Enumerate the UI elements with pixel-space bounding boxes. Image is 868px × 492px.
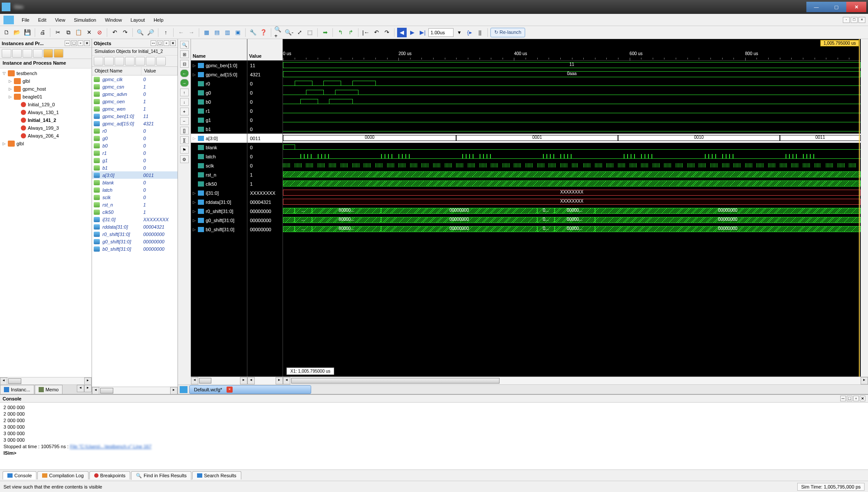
object-row[interactable]: gpmc_ad[15:0]4321 — [92, 120, 178, 127]
objfilter2-icon[interactable] — [104, 57, 114, 66]
zoom-area-icon[interactable]: ⬚ — [305, 28, 315, 37]
wave-signal-row[interactable]: clk50 — [191, 179, 247, 188]
ws-search-icon[interactable]: 🔍 — [180, 41, 189, 49]
menu-simulation[interactable]: Simulation — [69, 16, 100, 24]
console-link[interactable]: File "C:\Users\...\testbench.v" Line 167 — [70, 444, 151, 449]
wave-signal-row[interactable]: g0 — [191, 88, 247, 97]
tab-scroll-left[interactable]: ◂ — [77, 385, 84, 392]
filter6-icon[interactable] — [54, 49, 63, 58]
wave-row[interactable] — [283, 79, 861, 88]
wave-row[interactable] — [283, 161, 861, 170]
wave-value-header[interactable]: Value — [247, 39, 283, 61]
window-close-btn[interactable]: × — [858, 17, 865, 23]
ws-ungroup-icon[interactable]: ][ — [180, 136, 189, 144]
object-row[interactable]: gpmc_csn1 — [92, 83, 178, 90]
object-row[interactable]: r0_shift[31:0]00000000 — [92, 230, 178, 238]
console-arrow-icon[interactable]: ↔ — [840, 396, 846, 401]
cancel-icon[interactable]: ⊘ — [95, 28, 104, 37]
console-tab-search-results[interactable]: Search Results — [192, 471, 241, 479]
object-row[interactable]: g10 — [92, 157, 178, 164]
step-icon[interactable]: {▸ — [465, 28, 474, 37]
minimize-button[interactable]: — — [806, 2, 826, 12]
wave-row[interactable]: ...80000...000000000...00000...00000000 — [283, 216, 861, 225]
print-icon[interactable]: 🖨 — [38, 28, 47, 37]
console-max-icon[interactable]: ▫ — [853, 396, 859, 401]
maximize-button[interactable]: ▢ — [826, 2, 846, 12]
object-row[interactable]: sclk0 — [92, 194, 178, 201]
expand-icon[interactable]: ▷ — [193, 63, 198, 68]
ws-remove-icon[interactable]: − — [180, 117, 189, 125]
objfilter7-icon[interactable] — [156, 57, 166, 66]
instances-tab[interactable]: Memo — [35, 385, 63, 394]
zoom-fit-icon[interactable]: ⤢ — [295, 28, 304, 37]
wave-signal-row[interactable]: ▷gpmc_ben[1:0] — [191, 61, 247, 70]
expand-icon[interactable]: ▷ — [9, 95, 14, 99]
menu-view[interactable]: View — [51, 16, 70, 24]
panel-arrow-icon[interactable]: ↔ — [65, 40, 70, 46]
cursor-up-icon[interactable]: ↶ — [372, 28, 381, 37]
prev-tr-icon[interactable]: ↰ — [335, 28, 345, 37]
filter3-icon[interactable] — [23, 49, 32, 58]
instance-row[interactable]: ▽testbench — [0, 69, 92, 77]
wave-canvas-hscroll[interactable]: ◂▸ — [283, 377, 868, 384]
object-row[interactable]: gpmc_ben[1:0]11 — [92, 112, 178, 120]
object-row[interactable]: i[31:0]XXXXXXXX — [92, 216, 178, 223]
ws-options-icon[interactable]: ⚙ — [180, 155, 189, 163]
wave-signal-row[interactable]: r1 — [191, 106, 247, 115]
wave-cursor-line[interactable] — [859, 39, 860, 377]
run-for-icon[interactable]: ▶| — [418, 28, 427, 37]
next-tr-icon[interactable]: ↱ — [346, 28, 355, 37]
wave-row[interactable] — [283, 88, 861, 97]
wave-row[interactable]: XXXXXXXX — [283, 197, 861, 207]
expand-icon[interactable]: ▷ — [193, 200, 198, 204]
help-icon[interactable]: ❓ — [259, 28, 268, 37]
wave-names-hscroll[interactable]: ◂▸ — [191, 377, 247, 384]
ws-group-icon[interactable]: [] — [180, 127, 189, 134]
menu-file[interactable]: File — [17, 16, 34, 24]
relaunch-button[interactable]: ↻ Re-launch — [490, 28, 525, 37]
objfilter3-icon[interactable] — [115, 57, 124, 66]
object-row[interactable]: rddata[31:0]00004321 — [92, 223, 178, 230]
wave-signal-row[interactable]: ▷r0_shift[31:0] — [191, 207, 247, 216]
object-row[interactable]: gpmc_clk0 — [92, 75, 178, 83]
cut-icon[interactable]: ✂ — [53, 28, 62, 37]
wave-signal-row[interactable]: ▷rddata[31:0] — [191, 197, 247, 207]
expand-icon[interactable]: ▷ — [193, 191, 198, 195]
find-icon[interactable]: 🔍 — [135, 28, 145, 37]
goto-icon[interactable]: ➡ — [320, 28, 330, 37]
run-icon[interactable]: ▶ — [408, 28, 417, 37]
window-restore-btn[interactable]: □ — [851, 17, 858, 23]
restart-icon[interactable]: ◀ — [397, 28, 407, 37]
undo-icon[interactable]: ↶ — [110, 28, 119, 37]
wave-row[interactable] — [283, 143, 861, 152]
wave-row[interactable] — [283, 179, 861, 188]
expand-icon[interactable]: ▷ — [193, 136, 198, 141]
objects-value-header[interactable]: Value — [141, 67, 178, 75]
wave-signal-row[interactable]: g1 — [191, 115, 247, 125]
ws-add-icon[interactable]: + — [180, 108, 189, 115]
ws-expand-icon[interactable]: ⊞ — [180, 50, 189, 58]
panel-arrow-icon[interactable]: ↔ — [151, 40, 156, 46]
objects-hscroll[interactable]: ◂ ▸ — [92, 387, 178, 394]
menu-window[interactable]: Window — [101, 16, 126, 24]
wave-ruler[interactable]: 1,005.795000 us 0 us200 us400 us600 us80… — [283, 39, 861, 61]
find-next-icon[interactable]: 🔎 — [146, 28, 155, 37]
menu-layout[interactable]: Layout — [126, 16, 149, 24]
copy-icon[interactable]: ⧉ — [63, 28, 73, 37]
redo-icon[interactable]: ↷ — [120, 28, 130, 37]
wave-row[interactable] — [283, 115, 861, 125]
objfilter4-icon[interactable] — [125, 57, 135, 66]
wave-name-header[interactable]: Name — [191, 39, 247, 61]
instances-tab[interactable]: Instanc... — [0, 385, 34, 394]
expand-icon[interactable]: ▷ — [9, 79, 14, 83]
objfilter1-icon[interactable] — [94, 57, 103, 66]
panel-max-icon[interactable]: ▫ — [164, 40, 169, 46]
console-min-icon[interactable]: □ — [847, 396, 852, 401]
layout1-icon[interactable]: ▦ — [202, 28, 211, 37]
panel-min-icon[interactable]: □ — [71, 40, 77, 46]
time-dropdown[interactable]: ▾ — [454, 28, 464, 37]
wave-values-hscroll[interactable]: ◂▸ — [247, 377, 283, 384]
expand-icon[interactable]: ▽ — [3, 71, 8, 75]
object-row[interactable]: blank0 — [92, 179, 178, 186]
wave-row[interactable]: ...80000...000000000...00000...00000000 — [283, 207, 861, 216]
